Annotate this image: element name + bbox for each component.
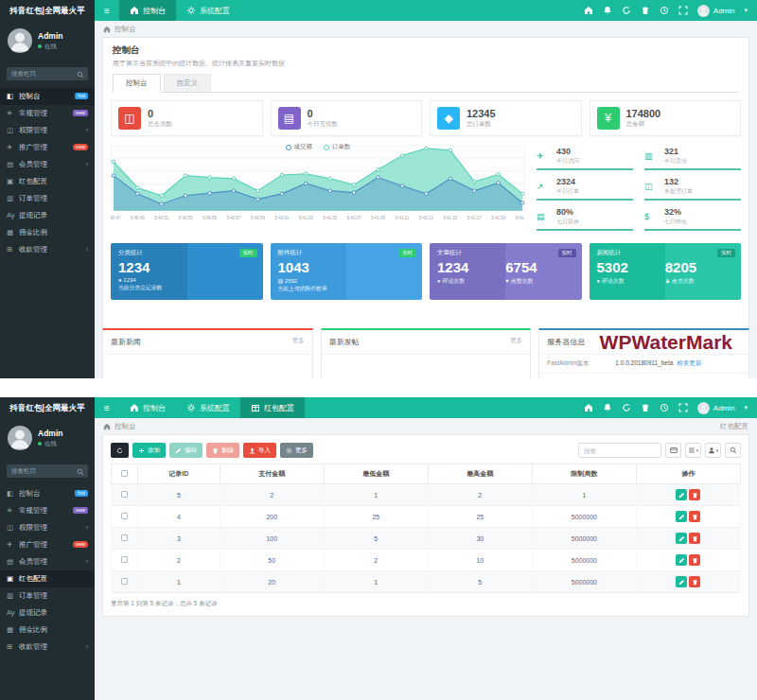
row-checkbox[interactable] <box>121 513 128 519</box>
chevron-down-icon[interactable]: ▾ <box>744 7 748 14</box>
sidebar-item-9[interactable]: ⊞ 收款管理‹ <box>0 639 95 656</box>
check-update-link[interactable]: 检查更新 <box>677 359 701 366</box>
table-user-button[interactable]: ▾ <box>705 443 721 458</box>
expand-icon[interactable] <box>678 403 688 412</box>
sidebar: Admin 在线 ◧ 控制台hot ✳ 常规管理new ◫ 权限管理‹ ✈ 推广… <box>0 418 95 700</box>
column-header[interactable]: 操作 <box>636 464 740 484</box>
tab-1[interactable]: 自定义 <box>164 74 212 92</box>
edit-button[interactable] <box>676 554 687 566</box>
sidebar-item-5[interactable]: ▣ 红包配置 <box>0 173 95 190</box>
table-search-input[interactable] <box>578 443 661 458</box>
redpacket-config-screen: 抖音红包|全网最火平≡控制台系统配置红包配置Admin▾ Admin 在线 ◧ … <box>0 397 757 700</box>
legend-item[interactable]: 订单数 <box>324 143 351 151</box>
svg-text:5:40:55: 5:40:55 <box>202 216 217 220</box>
column-header[interactable]: 记录ID <box>138 464 220 484</box>
sidebar-item-4[interactable]: ▤ 会员管理‹ <box>0 553 95 570</box>
mini-stat-5: $ 32%七日转化 <box>644 205 741 231</box>
row-checkbox[interactable] <box>121 556 128 563</box>
sidebar-item-4[interactable]: ▤ 会员管理‹ <box>0 156 95 173</box>
more-link[interactable]: 更多 <box>292 337 305 347</box>
column-header[interactable]: 最低金额 <box>324 464 428 484</box>
sidebar-item-9[interactable]: ⊞ 收款管理‹ <box>0 241 95 258</box>
records-table: 记录ID支付金额最低金额最高金额限制局数操作521214200252550000… <box>111 464 741 593</box>
sidebar-item-1[interactable]: ✳ 常规管理new <box>0 502 95 519</box>
column-header[interactable]: 限制局数 <box>532 464 636 484</box>
sidebar-item-1[interactable]: ✳ 常规管理new <box>0 105 95 122</box>
trash-icon[interactable] <box>641 6 650 15</box>
delete-button[interactable] <box>689 489 700 500</box>
column-header[interactable]: 支付金额 <box>220 464 324 484</box>
row-checkbox[interactable] <box>121 578 128 585</box>
row-checkbox[interactable] <box>121 491 128 498</box>
select-all-checkbox[interactable] <box>121 470 128 477</box>
table-search-button[interactable] <box>725 443 741 458</box>
user-menu[interactable]: Admin <box>697 402 735 414</box>
menu-icon: ⊞ <box>7 245 19 254</box>
toolbar-删除-button[interactable]: 删除 <box>206 443 239 458</box>
expand-icon[interactable] <box>678 6 688 15</box>
sidebar-item-5[interactable]: ▣ 红包配置 <box>0 570 95 587</box>
nav-tab-1[interactable]: 系统配置 <box>176 0 240 21</box>
nav-tab-0[interactable]: 控制台 <box>119 397 176 418</box>
breadcrumb-label: 控制台 <box>114 25 136 34</box>
nav-tab-0[interactable]: 控制台 <box>119 0 176 21</box>
column-header[interactable]: 最高金额 <box>428 464 532 484</box>
edit-button[interactable] <box>676 576 687 587</box>
user-menu[interactable]: Admin <box>697 5 735 17</box>
nav-tab-1[interactable]: 系统配置 <box>176 397 240 418</box>
home-icon <box>103 26 111 33</box>
clock-icon[interactable] <box>660 403 669 412</box>
chevron-down-icon[interactable]: ▾ <box>744 404 748 411</box>
sidebar-search <box>7 460 88 478</box>
tab-0[interactable]: 控制台 <box>113 74 161 93</box>
sidebar-item-2[interactable]: ◫ 权限管理‹ <box>0 122 95 139</box>
trash-icon[interactable] <box>641 403 650 412</box>
sidebar-item-8[interactable]: ▦ 佣金比例 <box>0 224 95 241</box>
menu-toggle-icon[interactable]: ≡ <box>95 0 119 21</box>
delete-button[interactable] <box>689 511 700 522</box>
more-link[interactable]: 更多 <box>510 337 522 347</box>
realtime-badge: 实时 <box>558 249 576 257</box>
toolbar-更多-button[interactable]: 更多 <box>280 443 313 458</box>
edit-button[interactable] <box>676 489 687 500</box>
svg-text:5:41:05: 5:41:05 <box>323 216 337 220</box>
menu-toggle-icon[interactable]: ≡ <box>95 397 119 418</box>
edit-button[interactable] <box>676 511 687 522</box>
sidebar-item-3[interactable]: ✈ 推广管理new <box>0 139 95 156</box>
bell-icon[interactable] <box>603 403 612 412</box>
status-dot <box>38 44 42 48</box>
sidebar-item-6[interactable]: ▥ 订单管理 <box>0 587 95 604</box>
refresh-icon[interactable] <box>622 403 631 412</box>
legend-item[interactable]: 成交额 <box>286 143 313 151</box>
sidebar-item-7[interactable]: Ay 提现记录 <box>0 207 95 224</box>
toolbar-编辑-button[interactable]: 编辑 <box>169 443 202 458</box>
refresh-icon[interactable] <box>622 6 631 15</box>
sidebar-item-0[interactable]: ◧ 控制台hot <box>0 88 95 105</box>
sidebar-item-0[interactable]: ◧ 控制台hot <box>0 485 95 502</box>
sidebar-item-2[interactable]: ◫ 权限管理‹ <box>0 519 95 536</box>
nav-tab-2[interactable]: 红包配置 <box>240 397 305 418</box>
plus-icon <box>138 447 145 454</box>
svg-text:5:41:11: 5:41:11 <box>396 216 410 220</box>
clock-icon[interactable] <box>660 6 669 15</box>
edit-button[interactable] <box>676 533 687 544</box>
delete-button[interactable] <box>689 533 700 544</box>
toolbar-添加-button[interactable]: 添加 <box>132 443 166 458</box>
toolbar-导入-button[interactable]: 导入 <box>243 443 276 458</box>
table-list-button[interactable]: ▾ <box>685 443 701 458</box>
table-footer: 显示第 1 到第 5 条记录，总共 5 条记录 <box>111 600 741 608</box>
home-icon[interactable] <box>584 6 593 15</box>
sidebar-item-6[interactable]: ▥ 订单管理 <box>0 190 95 207</box>
sidebar-item-7[interactable]: Ay 提现记录 <box>0 604 95 621</box>
sidebar-item-3[interactable]: ✈ 推广管理new <box>0 536 95 553</box>
delete-button[interactable] <box>689 554 700 566</box>
traffic-chart: 5:40:475:40:495:40:515:40:535:40:555:40:… <box>111 145 525 225</box>
table-card-button[interactable] <box>665 443 681 458</box>
row-checkbox[interactable] <box>121 534 128 541</box>
sidebar-item-8[interactable]: ▦ 佣金比例 <box>0 621 95 639</box>
toolbar-refresh-button[interactable] <box>111 443 129 458</box>
home-icon[interactable] <box>584 403 593 412</box>
delete-button[interactable] <box>689 576 700 587</box>
bell-icon[interactable] <box>603 6 612 15</box>
brand-logo: 抖音红包|全网最火平 <box>0 397 95 418</box>
